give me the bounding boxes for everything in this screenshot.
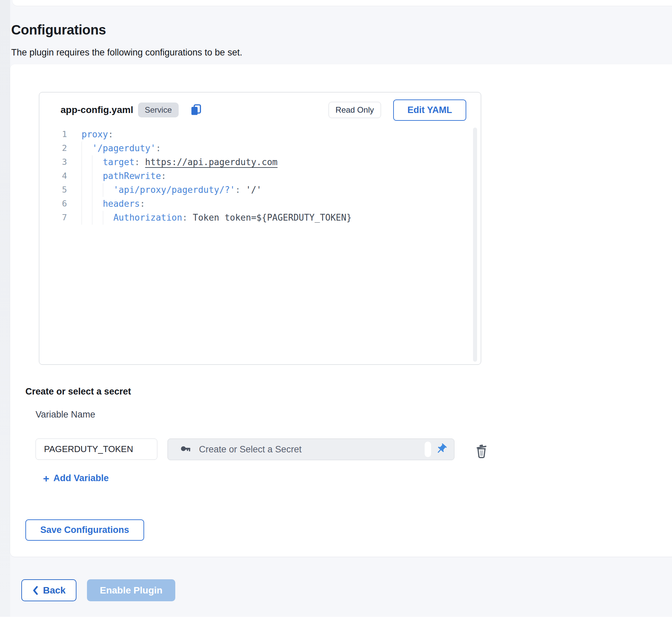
configurations-card: app-config.yaml Service Read Only Edit Y… [10, 64, 672, 557]
yaml-editor-panel: app-config.yaml Service Read Only Edit Y… [39, 92, 481, 365]
pushpin-icon [435, 443, 447, 456]
back-button[interactable]: Back [21, 579, 76, 601]
edit-yaml-button[interactable]: Edit YAML [393, 99, 466, 121]
code-line: 5 'api/proxy/pagerduty/?': '/' [39, 183, 471, 197]
back-button-label: Back [43, 585, 66, 596]
page-title: Configurations [11, 22, 106, 38]
copy-button[interactable] [188, 102, 204, 118]
code-line: 1proxy: [39, 128, 471, 141]
code-line: 3 target: https://api.pagerduty.com [39, 155, 471, 169]
delete-variable-button[interactable] [473, 443, 490, 460]
add-variable-label: Add Variable [53, 473, 109, 484]
add-variable-button[interactable]: + Add Variable [40, 470, 112, 487]
page-subtitle: The plugin requires the following config… [11, 47, 242, 58]
variable-name-label: Variable Name [36, 409, 95, 420]
enable-plugin-button[interactable]: Enable Plugin [87, 579, 175, 601]
select-divider [425, 442, 431, 457]
code-line: 2 '/pagerduty': [39, 141, 471, 155]
save-configurations-button[interactable]: Save Configurations [25, 519, 144, 541]
line-number: 4 [39, 169, 67, 183]
bottom-strip [0, 617, 672, 628]
key-icon [180, 443, 192, 456]
configurations-page: Configurations The plugin requires the f… [0, 0, 672, 628]
read-only-badge: Read Only [329, 102, 381, 118]
editor-header: app-config.yaml Service Read Only Edit Y… [39, 92, 481, 128]
variable-name-input[interactable] [36, 439, 157, 460]
line-number: 1 [39, 128, 67, 141]
chevron-left-icon [32, 586, 38, 595]
trash-icon [473, 455, 490, 460]
pin-secret-button[interactable] [432, 441, 450, 458]
line-number: 3 [39, 155, 67, 169]
line-number: 6 [39, 197, 67, 211]
editor-filename: app-config.yaml [61, 105, 133, 115]
plus-icon: + [43, 474, 49, 483]
previous-card-edge [13, 0, 672, 6]
service-badge: Service [138, 103, 179, 117]
line-number: 5 [39, 183, 67, 197]
left-gutter-strip [0, 0, 10, 617]
secret-select[interactable]: Create or Select a Secret [167, 439, 454, 460]
code-line: 6 headers: [39, 197, 471, 211]
copy-icon [189, 103, 203, 117]
line-number: 7 [39, 211, 67, 225]
line-number: 2 [39, 141, 67, 155]
code-line: 7 Authorization: Token token=${PAGERDUTY… [39, 211, 471, 225]
secret-section-heading: Create or select a secret [25, 386, 131, 397]
secret-select-placeholder: Create or Select a Secret [199, 444, 301, 455]
code-line: 4 pathRewrite: [39, 169, 471, 183]
editor-scrollbar[interactable] [473, 128, 477, 362]
yaml-code-viewer: 1proxy:2 '/pagerduty':3 target: https://… [39, 128, 471, 225]
